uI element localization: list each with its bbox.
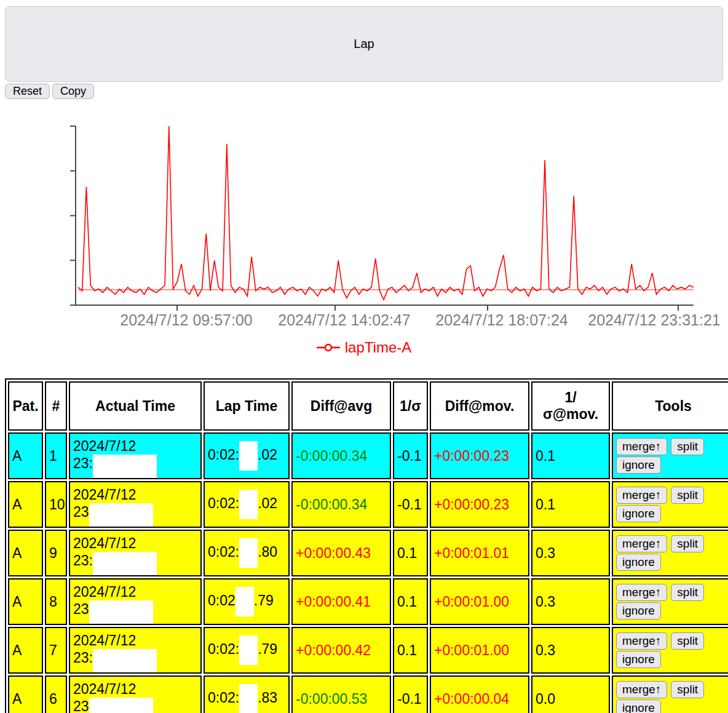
x-tick-label: 2024/7/12 09:57:00 [120,311,252,329]
cell-number: 8 [45,578,67,625]
table-row: A 1 2024/7/12 23: 0:02:.02 -0:00:00.34 -… [8,432,728,479]
redaction-box [239,538,258,568]
cell-inv-sigma: 0.1 [393,530,428,576]
copy-button[interactable]: Copy [52,84,94,99]
header-diff-mov: Diff@mov. [430,381,529,431]
merge-button[interactable]: merge↑ [616,535,667,552]
cell-diff-mov: +0:00:00.04 [430,675,529,713]
split-button[interactable]: split [671,632,704,650]
cell-inv-sigma-mov: 0.1 [531,432,610,479]
redaction-box [239,490,258,519]
cell-number: 1 [45,432,67,479]
merge-button[interactable]: merge↑ [616,438,667,455]
lap-time-chart: 2024/7/12 09:57:00 2024/7/12 14:02:47 20… [0,113,728,356]
header-number: # [45,381,67,431]
cell-lap-time: 0:02:.02 [204,481,290,528]
cell-inv-sigma-mov: 0.0 [531,675,610,713]
cell-inv-sigma-mov: 0.1 [531,481,610,528]
cell-lap-time: 0:02:.79 [204,627,290,674]
table-header-row: Pat. # Actual Time Lap Time Diff@avg 1/σ… [8,381,728,431]
cell-actual-time: 2024/7/12 23: [69,627,202,674]
cell-lap-time: 0:02:.83 [204,675,290,713]
cell-actual-time: 2024/7/12 23 [69,578,202,625]
redaction-box [235,587,254,616]
cell-diff-mov: +0:00:01.00 [430,578,529,625]
redaction-box [93,649,157,672]
cell-diff-mov: +0:00:01.00 [430,627,529,674]
cell-diff-avg: +0:00:00.43 [291,530,391,576]
table-row: A 9 2024/7/12 23: 0:02:.80 +0:00:00.43 0… [8,530,728,576]
ignore-button[interactable]: ignore [616,602,661,619]
x-tick-label: 2024/7/12 23:31:21 [588,311,720,329]
lap-panel-title: Lap [354,37,374,51]
lap-time-series-line [78,126,694,300]
toolbar: Reset Copy [5,84,728,99]
ignore-button[interactable]: ignore [616,505,661,522]
ignore-button[interactable]: ignore [616,699,661,713]
redaction-box [89,698,153,713]
split-button[interactable]: split [671,438,704,455]
cell-actual-time: 2024/7/12 23: [69,530,202,576]
cell-lap-time: 0:02:.80 [204,530,290,576]
cell-diff-avg: +0:00:00.42 [291,627,391,674]
split-button[interactable]: split [671,681,704,698]
cell-diff-avg: -0:00:00.53 [291,675,391,713]
x-tick-label: 2024/7/12 14:02:47 [278,311,410,329]
header-tools: Tools [612,381,728,431]
chart-canvas: 2024/7/12 09:57:00 2024/7/12 14:02:47 20… [0,113,728,334]
cell-diff-mov: +0:00:00.23 [430,481,529,528]
ignore-button[interactable]: ignore [616,456,661,474]
table-row: A 10 2024/7/12 23 0:02:.02 -0:00:00.34 -… [8,481,728,528]
table-row: A 7 2024/7/12 23: 0:02:.79 +0:00:00.42 0… [8,627,728,674]
cell-inv-sigma-mov: 0.3 [531,627,610,674]
lap-panel-header[interactable]: Lap [5,6,723,82]
merge-button[interactable]: merge↑ [616,632,667,650]
cell-inv-sigma: 0.1 [393,627,428,674]
merge-button[interactable]: merge↑ [616,487,667,504]
header-lap-time: Lap Time [204,381,290,431]
redaction-box [89,503,153,527]
legend-label: lapTime-A [345,339,411,356]
cell-inv-sigma: -0.1 [393,481,428,528]
cell-tools: merge↑ split ignore [612,578,728,625]
cell-pattern: A [8,481,43,528]
cell-pattern: A [8,675,43,713]
cell-inv-sigma: -0.1 [393,432,428,479]
header-inv-sigma-mov: 1/ σ@mov. [531,381,610,431]
legend-marker-icon [317,343,340,352]
cell-number: 6 [45,675,67,713]
split-button[interactable]: split [671,535,704,552]
cell-actual-time: 2024/7/12 23 [69,481,202,528]
header-diff-avg: Diff@avg [291,381,391,431]
cell-inv-sigma: 0.1 [393,578,428,625]
header-actual-time: Actual Time [69,381,202,431]
cell-pattern: A [8,578,43,625]
ignore-button[interactable]: ignore [616,554,661,571]
cell-number: 9 [45,530,67,576]
header-inv-sigma: 1/σ [393,381,428,431]
lap-data-table: Pat. # Actual Time Lap Time Diff@avg 1/σ… [5,378,728,713]
cell-diff-avg: -0:00:00.34 [291,481,391,528]
cell-inv-sigma: -0.1 [393,675,428,713]
split-button[interactable]: split [671,584,704,601]
cell-number: 10 [45,481,67,528]
merge-button[interactable]: merge↑ [616,681,667,698]
cell-diff-avg: -0:00:00.34 [291,432,391,479]
cell-diff-mov: +0:00:01.01 [430,530,529,576]
table-body: A 1 2024/7/12 23: 0:02:.02 -0:00:00.34 -… [8,432,728,713]
merge-button[interactable]: merge↑ [616,584,667,601]
cell-pattern: A [8,530,43,576]
split-button[interactable]: split [671,487,704,504]
cell-lap-time: 0:02.79 [204,578,290,625]
redaction-box [93,552,157,575]
x-tick-label: 2024/7/12 18:07:24 [435,311,568,329]
cell-pattern: A [8,627,43,674]
redaction-box [93,455,157,478]
cell-tools: merge↑ split ignore [612,627,728,674]
cell-diff-mov: +0:00:00.23 [430,432,529,479]
ignore-button[interactable]: ignore [616,651,661,668]
cell-number: 7 [45,627,67,674]
reset-button[interactable]: Reset [5,84,50,99]
header-pattern: Pat. [8,381,43,431]
cell-tools: merge↑ split ignore [612,481,728,528]
